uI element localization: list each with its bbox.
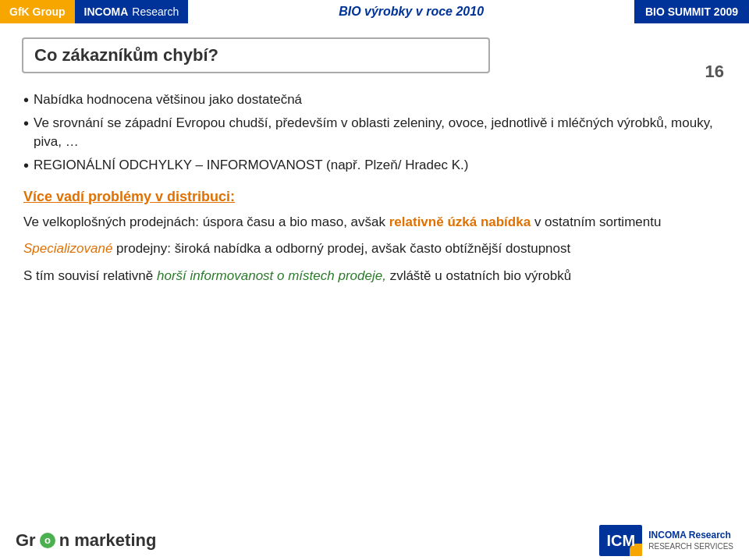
bullet-text-2: Ve srovnání se západní Evropou chudší, p… [34, 114, 726, 151]
distribution-para2: Specializované prodejny: široká nabídka … [23, 239, 726, 259]
logo-suffix: n marketing [59, 530, 157, 551]
incoma-research-logo: ICM INCOMA Research RESEARCH SERVICES [599, 525, 733, 556]
bullet-dot: • [23, 156, 29, 175]
para3-before: S tím souvisí relativně [23, 268, 153, 283]
bullet-dot: • [23, 114, 29, 133]
para1-after-text: v ostatním sortimentu [534, 214, 662, 229]
header-title-text: BIO výrobky v roce 2010 [339, 5, 484, 19]
icm-logo-box: ICM [599, 525, 642, 556]
distribution-heading: Více vadí problémy v distribuci: [23, 189, 726, 205]
main-content: • Nabídka hodnocena většinou jako dostat… [0, 81, 749, 286]
icm-text: ICM [606, 532, 635, 550]
header-summit: BIO SUMMIT 2009 [634, 0, 749, 23]
green-marketing-logo: Gr o n marketing [16, 530, 156, 551]
para2-highlight-orange: Specializované [23, 241, 112, 256]
summit-label: BIO SUMMIT 2009 [645, 5, 738, 18]
header-title: BIO výrobky v roce 2010 [188, 0, 634, 23]
bullet-text-3: REGIONÁLNÍ ODCHYLKY – INFORMOVANOST (nap… [34, 156, 468, 175]
para3-after: zvláště u ostatních bio výrobků [390, 268, 571, 283]
header: GfK Group INCOMA Research BIO výrobky v … [0, 0, 749, 23]
header-gfk: GfK Group [0, 0, 75, 23]
distribution-section: Více vadí problémy v distribuci: Ve velk… [23, 189, 726, 286]
slide-title-box: Co zákazníkům chybí? [22, 37, 490, 73]
distribution-para3: S tím souvisí relativně horší informovan… [23, 267, 726, 286]
list-item: • Nabídka hodnocena většinou jako dostat… [23, 90, 726, 109]
bullet-dot: • [23, 90, 29, 109]
slide-number-value: 16 [705, 62, 724, 81]
para1-before: Ve velkoplošných prodejnách: úspora času… [23, 214, 385, 229]
logo-prefix: Gr [16, 530, 36, 551]
slide-number: 16 [705, 58, 724, 82]
bullet-text-1: Nabídka hodnocena většinou jako dostateč… [34, 90, 302, 109]
header-incoma: INCOMA Research [75, 0, 189, 23]
footer: Gr o n marketing ICM INCOMA Research RES… [0, 521, 749, 560]
bullet-section: • Nabídka hodnocena většinou jako dostat… [23, 90, 726, 175]
research-label: Research [132, 5, 179, 18]
para2-after: prodejny: široká nabídka a odborný prode… [116, 241, 570, 256]
svg-text:o: o [44, 534, 51, 546]
gfk-label: GfK Group [9, 5, 66, 18]
list-item: • REGIONÁLNÍ ODCHYLKY – INFORMOVANOST (n… [23, 156, 726, 175]
incoma-label: INCOMA [84, 5, 129, 18]
para3-highlight: horší informovanost o místech prodeje, [157, 268, 386, 283]
green-circle-icon: o [39, 532, 56, 549]
distribution-para1: Ve velkoplošných prodejnách: úspora času… [23, 213, 726, 232]
slide-title: Co zákazníkům chybí? [34, 45, 218, 65]
incoma-research-text: INCOMA Research RESEARCH SERVICES [648, 530, 733, 552]
list-item: • Ve srovnání se západní Evropou chudší,… [23, 114, 726, 151]
para1-highlight: relativně úzká nabídka [389, 214, 531, 229]
